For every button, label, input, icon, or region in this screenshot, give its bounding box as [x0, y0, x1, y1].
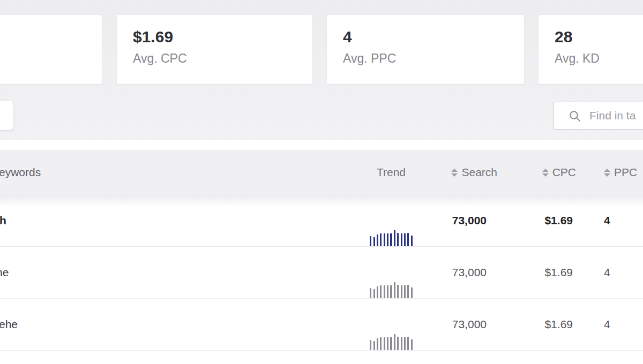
stat-card-avg-cpc: $1.69 Avg. CPC — [117, 15, 312, 84]
search-volume-cell: 73,000 — [429, 318, 497, 331]
stat-card-avg-kd: 28 Avg. KD — [539, 15, 643, 84]
ppc-cell: 4 — [576, 318, 643, 331]
stat-card-partial: n — [0, 15, 102, 84]
trend-sparkline — [354, 195, 429, 246]
avg-ppc-label: Avg. PPC — [343, 50, 524, 66]
avg-cpc-value: $1.69 — [133, 28, 312, 46]
keyword-tool-page: n $1.69 Avg. CPC 4 Avg. PPC 28 Avg. KD e… — [0, 0, 643, 364]
table-header-row: eywords Trend Search CPC PPC — [0, 150, 643, 195]
table-row[interactable]: h 73,000 $1.69 4 — [0, 195, 643, 247]
column-header-search[interactable]: Search — [429, 166, 497, 179]
find-in-table-search[interactable] — [553, 102, 643, 130]
table-row[interactable]: ehe 73,000 $1.69 4 — [0, 299, 643, 351]
sort-icon[interactable] — [542, 169, 549, 177]
keyword-cell[interactable]: ne — [0, 266, 354, 279]
table-row[interactable]: ne 73,000 $1.69 4 — [0, 247, 643, 299]
search-volume-cell: 73,000 — [429, 266, 497, 279]
column-header-cpc[interactable]: CPC — [497, 166, 576, 179]
avg-kd-value: 28 — [555, 28, 643, 46]
search-header-label: Search — [461, 166, 497, 179]
ppc-header-label: PPC — [614, 166, 637, 179]
column-header-keywords[interactable]: eywords — [0, 166, 354, 179]
column-header-ppc[interactable]: PPC — [576, 166, 643, 179]
keywords-header-label: eywords — [0, 166, 41, 179]
stat-card-avg-ppc: 4 Avg. PPC — [327, 15, 524, 84]
keyword-cell[interactable]: h — [0, 214, 354, 227]
avg-kd-label: Avg. KD — [555, 50, 643, 66]
trend-sparkline — [354, 247, 429, 298]
toolbar-button-partial[interactable] — [0, 101, 13, 130]
find-in-table-input[interactable] — [588, 109, 643, 123]
sort-icon[interactable] — [604, 169, 610, 177]
trend-sparkline — [354, 299, 429, 350]
column-header-trend: Trend — [354, 166, 429, 179]
sort-icon[interactable] — [451, 169, 458, 177]
avg-ppc-value: 4 — [343, 28, 524, 46]
cpc-cell: $1.69 — [497, 214, 576, 227]
cpc-cell: $1.69 — [497, 266, 576, 279]
cpc-header-label: CPC — [552, 166, 576, 179]
search-volume-cell: 73,000 — [429, 214, 497, 227]
keyword-cell[interactable]: ehe — [0, 318, 354, 331]
ppc-cell: 4 — [576, 266, 643, 279]
search-icon — [568, 109, 581, 123]
trend-header-label: Trend — [377, 166, 406, 179]
keywords-table: eywords Trend Search CPC PPC h 73,000 $1… — [0, 140, 643, 364]
avg-cpc-label: Avg. CPC — [133, 50, 312, 66]
cpc-cell: $1.69 — [497, 318, 576, 331]
ppc-cell: 4 — [576, 214, 643, 227]
